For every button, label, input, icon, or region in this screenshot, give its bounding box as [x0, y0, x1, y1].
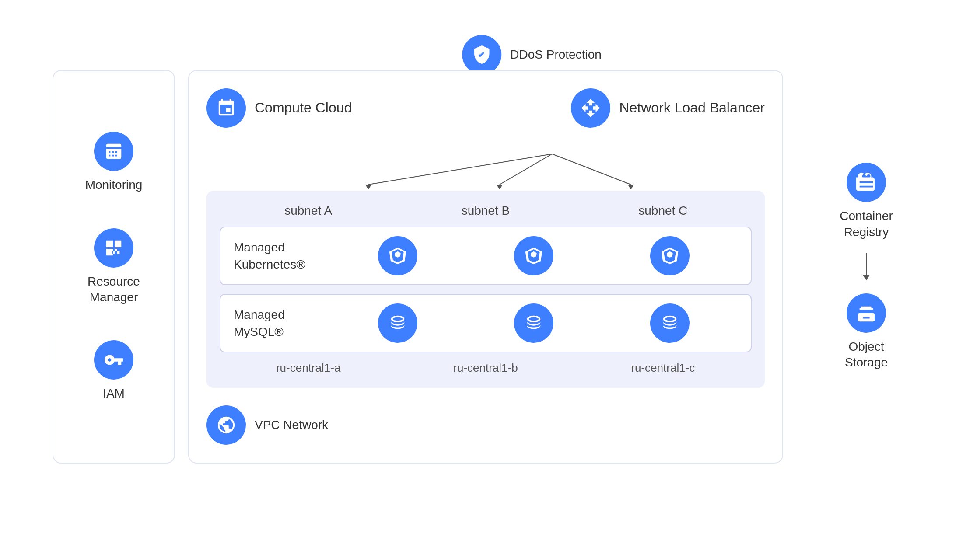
- subnet-header: subnet A subnet B subnet C: [220, 204, 752, 218]
- sidebar: Monitoring Resource Manager IAM: [52, 70, 175, 464]
- vpc-network-service: VPC Network: [206, 405, 765, 445]
- mysql-icon-a: [378, 303, 417, 343]
- nlb-service: Network Load Balancer: [571, 88, 765, 128]
- compute-cloud-icon: [206, 88, 246, 128]
- zone-a-label: ru-central1-a: [243, 361, 374, 375]
- diagram-container: DDoS Protection Monitoring: [0, 0, 980, 551]
- svg-line-2: [552, 154, 631, 185]
- vpc-icon: [206, 405, 246, 445]
- monitoring-icon: [94, 132, 133, 171]
- subnet-a-label: subnet A: [243, 204, 374, 218]
- center-box: Compute Cloud Network Load Balancer: [188, 70, 783, 464]
- managed-kubernetes-label: Managed Kubernetes®: [234, 239, 330, 273]
- arrow-line: [866, 253, 867, 275]
- k8s-icon-c: [650, 236, 690, 276]
- object-storage-icon: [847, 293, 886, 333]
- iam-label: IAM: [103, 386, 125, 401]
- sidebar-item-resource-manager: Resource Manager: [88, 228, 140, 306]
- managed-kubernetes-row: Managed Kubernetes®: [220, 227, 752, 285]
- k8s-icon-b: [514, 236, 553, 276]
- resource-manager-label: Resource Manager: [88, 274, 140, 306]
- sidebar-item-iam: IAM: [94, 340, 133, 401]
- kubernetes-icons: [330, 236, 738, 276]
- nlb-label: Network Load Balancer: [619, 99, 765, 117]
- svg-marker-5: [628, 185, 634, 189]
- ddos-label: DDoS Protection: [510, 47, 602, 63]
- compute-cloud-label: Compute Cloud: [255, 99, 352, 117]
- svg-marker-4: [497, 185, 503, 189]
- right-sidebar: Container Registry Object Storage: [805, 70, 928, 464]
- object-storage-item: Object Storage: [845, 293, 888, 371]
- nlb-icon: [571, 88, 610, 128]
- compute-cloud-service: Compute Cloud: [206, 88, 352, 128]
- mysql-icon-c: [650, 303, 690, 343]
- mysql-icon-b: [514, 303, 553, 343]
- vpc-label: VPC Network: [255, 417, 328, 433]
- center-top: Compute Cloud Network Load Balancer: [206, 88, 765, 128]
- ddos-icon: [462, 35, 501, 74]
- subnet-area: subnet A subnet B subnet C Managed Kuber…: [206, 191, 765, 388]
- container-registry-label: Container Registry: [840, 208, 892, 240]
- container-registry-icon: [847, 163, 886, 202]
- svg-line-0: [368, 154, 552, 185]
- managed-mysql-row: Managed MySQL®: [220, 294, 752, 352]
- k8s-icon-a: [378, 236, 417, 276]
- monitoring-label: Monitoring: [85, 177, 143, 193]
- zone-c-label: ru-central1-c: [597, 361, 728, 375]
- sidebar-item-monitoring: Monitoring: [85, 132, 143, 193]
- resource-manager-icon: [94, 228, 133, 268]
- ddos-section: DDoS Protection: [462, 35, 602, 74]
- svg-marker-3: [365, 185, 371, 189]
- main-layout: DDoS Protection Monitoring: [52, 35, 928, 516]
- subnet-c-label: subnet C: [597, 204, 728, 218]
- managed-mysql-label: Managed MySQL®: [234, 306, 330, 340]
- container-registry-item: Container Registry: [840, 163, 892, 240]
- zone-footer: ru-central1-a ru-central1-b ru-central1-…: [220, 361, 752, 375]
- arrow-tip: [863, 275, 870, 280]
- nlb-arrows-container: [206, 154, 765, 191]
- zone-b-label: ru-central1-b: [420, 361, 551, 375]
- subnet-b-label: subnet B: [420, 204, 551, 218]
- object-storage-label: Object Storage: [845, 339, 888, 371]
- iam-icon: [94, 340, 133, 380]
- nlb-arrow-svg: [206, 154, 765, 189]
- registry-to-storage-arrow: [863, 253, 870, 280]
- mysql-icons: [330, 303, 738, 343]
